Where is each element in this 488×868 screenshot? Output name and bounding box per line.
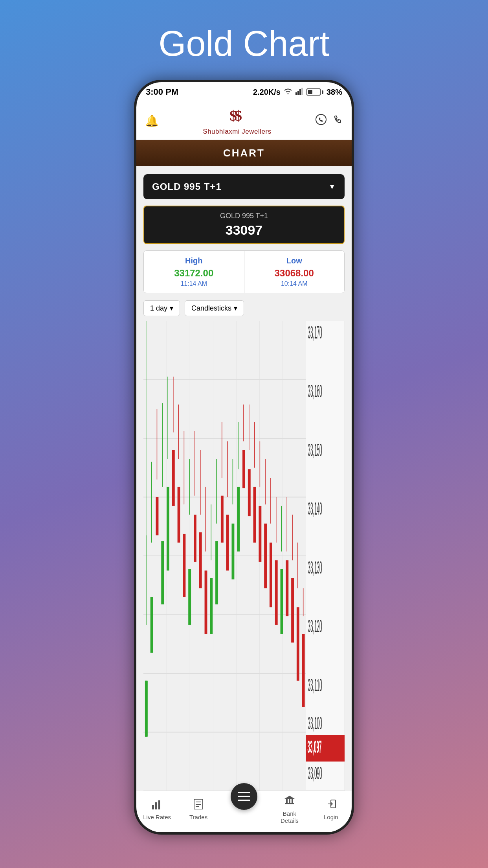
- battery-icon: [306, 88, 323, 96]
- svg-rect-100: [158, 800, 160, 809]
- svg-rect-71: [264, 524, 267, 588]
- timeframe-button[interactable]: 1 day ▾: [143, 300, 180, 316]
- timeframe-label: 1 day: [150, 304, 167, 313]
- svg-rect-105: [238, 792, 250, 793]
- svg-rect-39: [178, 487, 180, 542]
- svg-rect-2: [299, 89, 301, 95]
- svg-rect-41: [183, 534, 185, 597]
- svg-rect-98: [152, 805, 154, 809]
- app-header: 🔔 $ $ Shubhlaxmi Jewellers: [136, 100, 352, 140]
- svg-rect-1: [297, 91, 299, 95]
- svg-rect-27: [145, 681, 148, 737]
- nav-item-live-rates[interactable]: Live Rates: [136, 798, 178, 821]
- nav-item-login[interactable]: Login: [310, 798, 352, 821]
- svg-rect-61: [237, 487, 240, 551]
- status-right: 2.20K/s: [253, 88, 342, 97]
- svg-rect-55: [221, 496, 224, 543]
- svg-rect-47: [199, 532, 202, 588]
- svg-rect-99: [155, 802, 157, 809]
- chart-controls: 1 day ▾ Candlesticks ▾: [143, 300, 345, 316]
- svg-point-6: [316, 114, 326, 125]
- instrument-dropdown[interactable]: GOLD 995 T+1 ▼: [143, 174, 345, 199]
- high-label: High: [148, 256, 240, 265]
- page-title: Gold Chart: [158, 24, 329, 64]
- whatsapp-icon[interactable]: [316, 114, 327, 128]
- live-rates-label: Live Rates: [143, 814, 171, 821]
- trades-icon: [193, 798, 204, 812]
- login-icon: [325, 798, 336, 812]
- phone-icon[interactable]: [333, 114, 343, 127]
- svg-rect-107: [238, 800, 250, 801]
- svg-rect-85: [302, 634, 305, 707]
- signal-icon: [295, 88, 303, 97]
- phone-frame: 3:00 PM 2.20K/s: [134, 80, 354, 835]
- bottom-nav: Live Rates Trades: [136, 791, 352, 832]
- low-label: Low: [248, 256, 341, 265]
- svg-rect-53: [215, 541, 218, 605]
- high-time: 11:14 AM: [148, 280, 240, 287]
- svg-rect-73: [270, 542, 272, 607]
- status-time: 3:00 PM: [146, 87, 178, 97]
- chart-type-arrow-icon: ▾: [234, 304, 237, 313]
- timeframe-arrow-icon: ▾: [170, 304, 173, 313]
- svg-rect-110: [286, 799, 288, 803]
- bank-details-icon: [284, 795, 295, 809]
- chart-svg: 33,170 33,160 33,150 33,140 33,130 33,12…: [143, 321, 345, 791]
- svg-rect-112: [292, 799, 293, 803]
- svg-rect-3: [301, 88, 303, 95]
- svg-rect-0: [295, 92, 297, 95]
- svg-rect-29: [150, 597, 153, 653]
- svg-rect-45: [194, 515, 196, 562]
- fab-button[interactable]: [231, 783, 257, 810]
- svg-rect-79: [286, 560, 288, 616]
- svg-text:33,097: 33,097: [307, 737, 321, 757]
- nav-item-trades[interactable]: Trades: [178, 798, 219, 821]
- svg-rect-65: [248, 469, 251, 516]
- svg-rect-43: [188, 569, 191, 625]
- price-label: GOLD 995 T+1: [150, 212, 338, 220]
- svg-text:33,130: 33,130: [308, 557, 322, 577]
- dropdown-arrow-icon: ▼: [328, 183, 336, 191]
- chart-type-button[interactable]: Candlesticks ▾: [185, 300, 244, 316]
- battery-percent: 38%: [327, 88, 342, 97]
- low-time: 10:14 AM: [248, 280, 341, 287]
- status-bar: 3:00 PM 2.20K/s: [136, 82, 352, 100]
- price-box: GOLD 995 T+1 33097: [143, 206, 345, 244]
- header-actions: [316, 114, 343, 128]
- bell-icon[interactable]: 🔔: [145, 114, 159, 127]
- side-button: [352, 232, 354, 255]
- main-content: GOLD 995 T+1 ▼ GOLD 995 T+1 33097 High 3…: [136, 166, 352, 791]
- svg-text:33,100: 33,100: [308, 713, 322, 733]
- svg-text:33,170: 33,170: [308, 322, 322, 342]
- bank-details-label: BankDetails: [281, 810, 299, 824]
- svg-rect-81: [291, 578, 294, 642]
- network-speed: 2.20K/s: [253, 88, 281, 97]
- low-section: Low 33068.00 10:14 AM: [244, 251, 345, 293]
- svg-rect-77: [281, 569, 283, 634]
- svg-rect-51: [210, 578, 213, 634]
- price-value: 33097: [150, 223, 338, 238]
- login-label: Login: [324, 814, 338, 821]
- section-header: CHART: [136, 140, 352, 166]
- svg-rect-49: [205, 570, 207, 634]
- svg-text:33,140: 33,140: [308, 498, 322, 519]
- svg-rect-75: [275, 560, 278, 625]
- svg-rect-67: [253, 487, 256, 542]
- svg-text:33,160: 33,160: [308, 381, 322, 401]
- svg-rect-83: [297, 607, 299, 681]
- svg-rect-109: [285, 803, 294, 804]
- low-value: 33068.00: [248, 268, 341, 279]
- svg-rect-37: [172, 450, 175, 506]
- svg-text:33,110: 33,110: [308, 675, 322, 695]
- high-value: 33172.00: [148, 268, 240, 279]
- svg-rect-106: [238, 796, 250, 797]
- chart-type-label: Candlesticks: [191, 304, 231, 313]
- svg-text:33,150: 33,150: [308, 440, 322, 460]
- svg-rect-69: [259, 506, 261, 562]
- high-low-box: High 33172.00 11:14 AM Low 33068.00 10:1…: [143, 250, 345, 293]
- svg-text:33,090: 33,090: [308, 763, 322, 783]
- live-rates-icon: [151, 798, 163, 812]
- brand-name: Shubhlaxmi Jewellers: [203, 128, 271, 136]
- high-section: High 33172.00 11:14 AM: [144, 251, 244, 293]
- nav-item-bank-details[interactable]: BankDetails: [269, 795, 310, 824]
